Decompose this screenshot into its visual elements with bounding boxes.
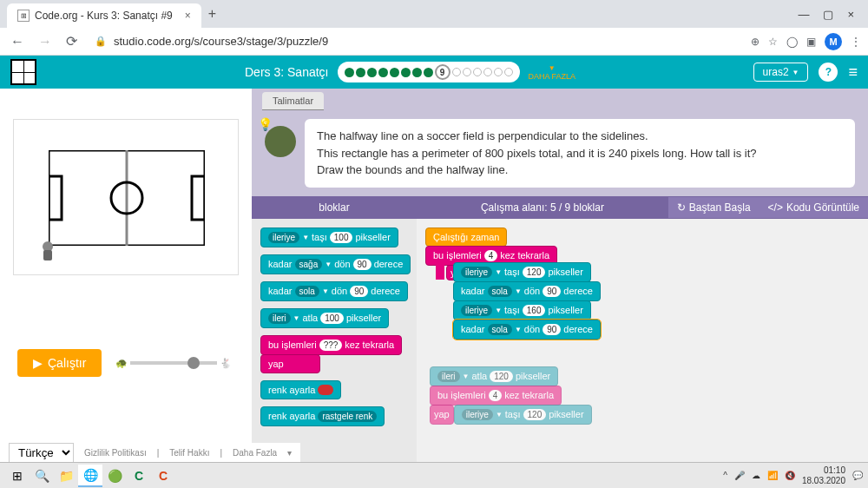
- app-icon[interactable]: C: [127, 465, 151, 487]
- block-stmt[interactable]: kadarsola▼dön90derece: [453, 320, 601, 340]
- show-code-button[interactable]: </>Kodu Görüntüle: [760, 197, 868, 218]
- speed-slider[interactable]: [130, 361, 217, 365]
- tray-cloud-icon[interactable]: ☁: [752, 471, 760, 480]
- browser-tab-strip: ⊞ Code.org - Kurs 3: Sanatçı #9 × + — ▢ …: [0, 0, 868, 28]
- tray-wifi-icon[interactable]: 📶: [767, 471, 778, 480]
- ghost-block: ileriye▼taşı120pikseller: [454, 405, 592, 425]
- star-icon[interactable]: ☆: [768, 36, 778, 48]
- program-stack[interactable]: Çalıştığı zaman bu işlemleri4kez tekrarl…: [425, 228, 859, 339]
- restart-button[interactable]: ↻Baştan Başla: [668, 197, 760, 218]
- clock[interactable]: 01:10 18.03.2020: [802, 465, 845, 486]
- browser-tab[interactable]: ⊞ Code.org - Kurs 3: Sanatçı #9 ×: [7, 3, 201, 28]
- reload-button[interactable]: ⟳: [62, 33, 81, 49]
- new-tab-button[interactable]: +: [208, 6, 216, 22]
- ghost-hint-stack: ileri▼atla120pikseller bu işlemleri4kez …: [430, 366, 592, 424]
- toolbox-header: bloklar: [252, 201, 417, 214]
- block-toolbox: ileriye▼taşı100pikseller kadarsağa▼dön90…: [252, 219, 417, 472]
- level-progress[interactable]: 9: [338, 62, 520, 82]
- maximize-icon[interactable]: ▢: [823, 8, 833, 21]
- forward-button[interactable]: →: [35, 34, 56, 49]
- run-button[interactable]: ▶ Çalıştır: [17, 349, 102, 377]
- level-dot[interactable]: [463, 68, 471, 76]
- more-levels[interactable]: DAHA FAZLA: [529, 64, 576, 81]
- browser-menu-icon[interactable]: ⋮: [851, 36, 861, 48]
- block-when-run[interactable]: Çalıştığı zaman: [425, 228, 507, 247]
- tray-chevron-icon[interactable]: ^: [723, 471, 727, 480]
- block-turn-right[interactable]: kadarsağa▼dön90derece: [260, 254, 411, 274]
- privacy-link[interactable]: Gizlilik Politikası: [84, 448, 147, 458]
- tab-close-icon[interactable]: ×: [185, 10, 191, 22]
- play-icon: ▶: [33, 356, 43, 370]
- notifications-icon[interactable]: 💬: [852, 471, 863, 480]
- level-dot[interactable]: [367, 68, 377, 77]
- level-dot[interactable]: [424, 68, 433, 77]
- ghost-block: bu işlemleri4kez tekrarla: [430, 386, 562, 406]
- instructions-text: The halfway line on a soccer field is pe…: [305, 119, 855, 188]
- instructions-box: The halfway line on a soccer field is pe…: [252, 110, 868, 196]
- level-dot[interactable]: [401, 68, 411, 77]
- block-jump[interactable]: ileri▼atla100pikseller: [260, 308, 389, 328]
- close-icon[interactable]: ×: [847, 8, 854, 21]
- workspace-header: bloklar Çalışma alanı: 5 / 9 bloklar ↻Ba…: [252, 196, 868, 219]
- instructions-tabs: Talimatlar: [252, 89, 868, 110]
- browser-profile[interactable]: M: [825, 33, 842, 50]
- start-button[interactable]: ⊞: [5, 465, 30, 487]
- level-dot[interactable]: [494, 68, 503, 76]
- level-dot[interactable]: [452, 68, 461, 76]
- level-dot[interactable]: [378, 68, 388, 77]
- block-stmt[interactable]: ileriye▼taşı120pikseller: [453, 262, 591, 282]
- search-icon[interactable]: 🔍: [30, 465, 54, 487]
- block-repeat[interactable]: bu işlemleri???kez tekrarla yap: [260, 335, 408, 373]
- help-button[interactable]: ?: [819, 63, 838, 82]
- extension-icon-2[interactable]: ▣: [806, 36, 816, 48]
- rabbit-icon: 🐇: [220, 358, 232, 369]
- page-footer: Türkçe Gizlilik Politikası | Telif Hakkı…: [0, 443, 300, 462]
- block-set-color[interactable]: renk ayarla: [260, 380, 341, 399]
- window-controls: — ▢ ×: [798, 8, 861, 21]
- svg-rect-3: [49, 176, 62, 220]
- favicon: ⊞: [17, 10, 30, 22]
- level-dot[interactable]: [356, 68, 365, 77]
- app-icon[interactable]: 🟢: [102, 465, 127, 487]
- block-stmt[interactable]: ileriye▼taşı160pikseller: [453, 300, 591, 320]
- level-dot-current[interactable]: 9: [435, 64, 450, 80]
- workspace-canvas[interactable]: Çalıştığı zaman bu işlemleri4kez tekrarl…: [417, 219, 868, 472]
- user-menu[interactable]: uras2▼: [753, 63, 809, 82]
- tab-title: Code.org - Kurs 3: Sanatçı #9: [35, 10, 173, 22]
- block-turn-left[interactable]: kadarsola▼dön90derece: [260, 281, 408, 301]
- svg-rect-6: [43, 250, 52, 260]
- address-bar[interactable]: 🔒 studio.code.org/s/course3/stage/3/puzz…: [88, 35, 744, 48]
- level-dot[interactable]: [483, 68, 492, 76]
- hamburger-icon[interactable]: ≡: [848, 63, 858, 82]
- app-icon[interactable]: C: [151, 465, 175, 487]
- level-dot[interactable]: [473, 68, 482, 76]
- more-link[interactable]: Daha Fazla: [233, 448, 277, 458]
- copyright-link[interactable]: Telif Hakkı: [169, 448, 209, 458]
- tray-volume-icon[interactable]: 🔇: [785, 471, 795, 480]
- language-select[interactable]: Türkçe: [9, 443, 74, 463]
- visualization-panel: ▶ Çalıştır 🐢 🐇: [0, 89, 252, 471]
- level-dot[interactable]: [390, 68, 399, 77]
- level-dot[interactable]: [504, 68, 513, 76]
- level-dot[interactable]: [412, 68, 422, 77]
- svg-rect-4: [192, 176, 205, 220]
- turtle-icon: 🐢: [115, 358, 128, 369]
- level-dot[interactable]: [345, 68, 354, 77]
- block-random-color[interactable]: renk ayarlarastgele renk: [260, 406, 385, 426]
- canvas: [13, 119, 239, 275]
- tab-instructions[interactable]: Talimatlar: [262, 92, 324, 110]
- chrome-icon[interactable]: 🌐: [78, 465, 102, 487]
- block-move-forward[interactable]: ileriye▼taşı100pikseller: [260, 228, 398, 247]
- artist-character: [38, 240, 57, 264]
- minimize-icon[interactable]: —: [798, 8, 809, 21]
- tray-mic-icon[interactable]: 🎤: [734, 471, 745, 480]
- extension-icon[interactable]: ◯: [786, 36, 798, 48]
- codeorg-logo[interactable]: [10, 59, 36, 85]
- back-button[interactable]: ←: [7, 34, 28, 49]
- file-explorer-icon[interactable]: 📁: [54, 465, 78, 487]
- lock-icon: 🔒: [95, 36, 107, 47]
- search-icon[interactable]: ⊕: [751, 36, 760, 48]
- soccer-field-drawing: [49, 150, 205, 246]
- lesson-title: Ders 3: Sanatçı: [245, 65, 329, 79]
- block-stmt[interactable]: kadarsola▼dön90derece: [453, 281, 601, 301]
